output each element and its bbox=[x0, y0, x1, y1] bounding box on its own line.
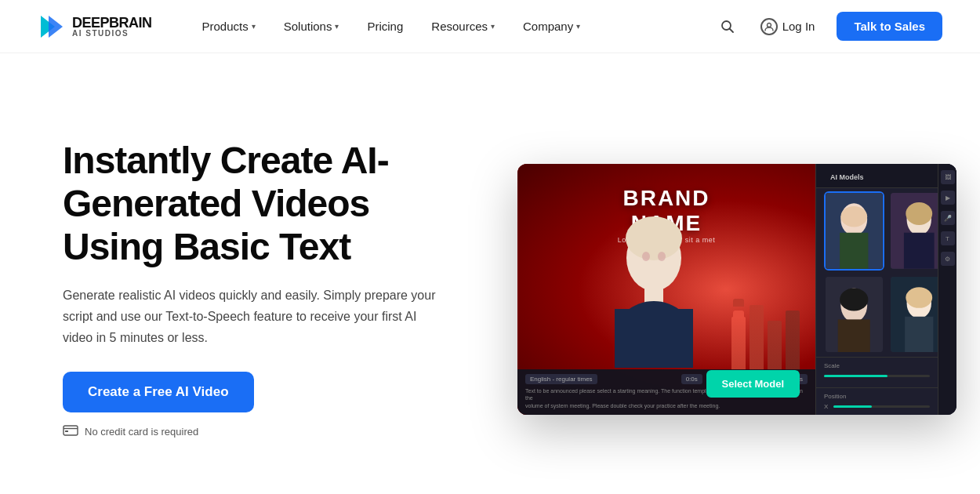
panel-icon-1[interactable]: 🖼 bbox=[941, 170, 955, 184]
svg-rect-26 bbox=[838, 319, 870, 352]
nav-label-solutions: Solutions bbox=[284, 20, 332, 33]
panel-icon-2[interactable]: ▶ bbox=[941, 191, 955, 205]
ai-models-panel: AI Models bbox=[815, 164, 956, 415]
hero-subtitle: Generate realistic AI videos quickly and… bbox=[63, 285, 439, 349]
panel-icon-strip: 🖼 ▶ 🎤 T ⚙ bbox=[938, 164, 956, 415]
logo-deepbrain: DEEPBRAIN bbox=[72, 16, 152, 30]
no-credit-text: No credit card is required bbox=[85, 426, 198, 438]
model-thumb-1[interactable] bbox=[824, 191, 884, 271]
script-text-2: volume of system meeting. Please double … bbox=[525, 402, 808, 410]
logo-icon bbox=[38, 13, 66, 41]
nav-item-solutions[interactable]: Solutions ▾ bbox=[271, 13, 352, 39]
chevron-down-icon: ▾ bbox=[335, 22, 339, 31]
language-badge: English - regular times bbox=[525, 374, 597, 384]
nav-actions: Log In Talk to Sales bbox=[717, 12, 942, 41]
nav-label-resources: Resources bbox=[431, 20, 488, 33]
panel-icon-4[interactable]: T bbox=[941, 231, 955, 245]
panel-icon-5[interactable]: ⚙ bbox=[941, 252, 955, 266]
ai-person bbox=[591, 211, 717, 368]
nav-item-company[interactable]: Company ▾ bbox=[510, 13, 593, 39]
hero-title: Instantly Create AI-Generated Videos Usi… bbox=[63, 139, 470, 269]
nav-item-resources[interactable]: Resources ▾ bbox=[419, 13, 507, 39]
login-button[interactable]: Log In bbox=[751, 13, 825, 40]
nav-label-pricing: Pricing bbox=[367, 20, 403, 33]
scale-section: Scale 100 bbox=[816, 357, 956, 387]
svg-point-11 bbox=[658, 252, 666, 261]
x-label: X bbox=[824, 403, 828, 410]
model-thumb-3[interactable] bbox=[824, 275, 884, 354]
credit-card-icon bbox=[63, 423, 78, 440]
select-model-button[interactable]: Select Model bbox=[706, 370, 800, 398]
svg-rect-18 bbox=[840, 233, 868, 269]
panel-title: AI Models bbox=[822, 167, 872, 184]
hero-section: Instantly Create AI-Generated Videos Usi… bbox=[0, 53, 980, 494]
position-label: Position bbox=[824, 393, 949, 400]
panel-icon-3[interactable]: 🎤 bbox=[941, 211, 955, 225]
logo-text: DEEPBRAIN AI STUDIOS bbox=[72, 16, 152, 38]
svg-point-29 bbox=[906, 287, 932, 308]
product-screenshot: BRAND NAME Lorem ipsum dolor sit a met bbox=[517, 164, 956, 415]
chevron-down-icon: ▾ bbox=[252, 22, 256, 31]
nav-links: Products ▾ Solutions ▾ Pricing Resources… bbox=[190, 13, 717, 39]
logo[interactable]: DEEPBRAIN AI STUDIOS bbox=[38, 13, 152, 41]
login-label: Log In bbox=[782, 20, 815, 33]
svg-line-3 bbox=[729, 28, 733, 32]
user-icon bbox=[760, 18, 778, 35]
chevron-down-icon: ▾ bbox=[491, 22, 495, 31]
svg-point-4 bbox=[767, 23, 771, 27]
hero-content: Instantly Create AI-Generated Videos Usi… bbox=[63, 139, 470, 440]
scale-label: Scale bbox=[824, 362, 949, 369]
model-grid bbox=[816, 188, 956, 357]
svg-point-10 bbox=[642, 252, 650, 261]
logo-aistudios: AI STUDIOS bbox=[72, 30, 152, 38]
hero-cta-area: Create a Free AI Video No credit card is… bbox=[63, 372, 470, 440]
time-badge-1: 0:0s bbox=[681, 374, 702, 384]
svg-point-17 bbox=[840, 206, 867, 227]
svg-rect-30 bbox=[905, 316, 933, 352]
y-label: Y bbox=[824, 413, 828, 415]
lipsticks bbox=[731, 305, 800, 372]
create-free-video-button[interactable]: Create a Free AI Video bbox=[63, 372, 254, 412]
svg-marker-1 bbox=[49, 16, 63, 38]
nav-item-products[interactable]: Products ▾ bbox=[190, 13, 268, 39]
hero-mockup: BRAND NAME Lorem ipsum dolor sit a met bbox=[517, 164, 956, 415]
svg-rect-7 bbox=[65, 430, 68, 432]
talk-to-sales-button[interactable]: Talk to Sales bbox=[837, 12, 942, 41]
navigation: DEEPBRAIN AI STUDIOS Products ▾ Solution… bbox=[0, 0, 980, 53]
chevron-down-icon: ▾ bbox=[576, 22, 580, 31]
svg-rect-22 bbox=[903, 233, 934, 269]
position-x-slider[interactable] bbox=[833, 405, 930, 408]
svg-point-21 bbox=[906, 202, 932, 225]
search-icon[interactable] bbox=[717, 16, 739, 38]
nav-item-pricing[interactable]: Pricing bbox=[354, 13, 416, 39]
scale-slider[interactable] bbox=[824, 375, 930, 377]
panel-top-bar: AI Models bbox=[816, 164, 956, 188]
svg-point-25 bbox=[840, 288, 868, 311]
nav-label-products: Products bbox=[202, 20, 249, 33]
svg-point-9 bbox=[626, 216, 682, 260]
mockup-video-area: BRAND NAME Lorem ipsum dolor sit a met bbox=[517, 164, 815, 415]
svg-rect-14 bbox=[615, 309, 693, 368]
nav-label-company: Company bbox=[523, 20, 573, 33]
position-section: Position X 24 Y 18 bbox=[816, 387, 956, 415]
no-credit-notice: No credit card is required bbox=[63, 423, 470, 440]
